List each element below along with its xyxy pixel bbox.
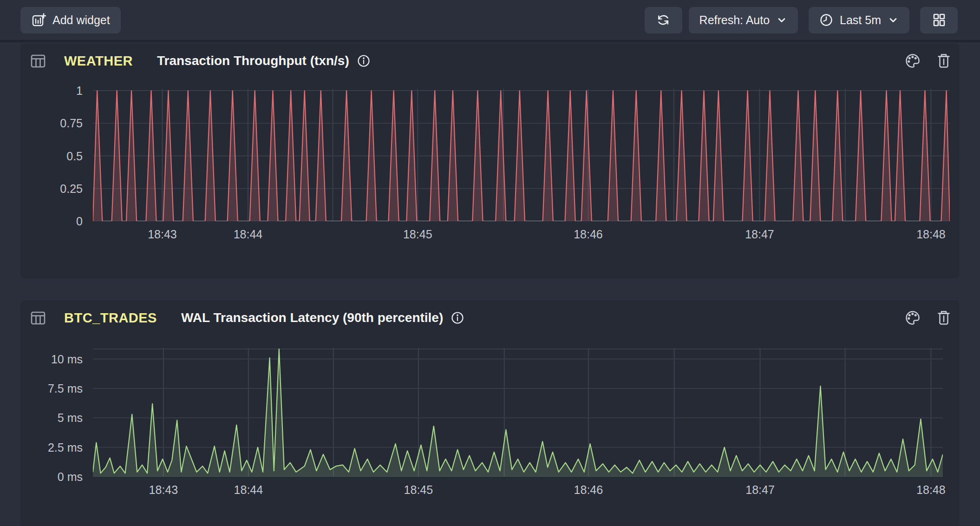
chart-transaction-throughput[interactable]: [93, 89, 950, 221]
x-axis-label: 18:43: [148, 228, 177, 241]
x-axis-label: 18:48: [916, 228, 946, 241]
refresh-button[interactable]: [645, 7, 682, 33]
x-axis-label: 18:47: [745, 483, 775, 496]
x-axis-label: 18:46: [574, 483, 603, 496]
x-axis-label: 18:48: [916, 483, 946, 496]
palette-icon[interactable]: [904, 52, 921, 70]
y-axis-label: 0: [20, 215, 83, 228]
wal-latency-p90-svg: [93, 348, 943, 477]
info-icon[interactable]: [357, 54, 371, 68]
toolbar: Add widget Refresh: Auto: [0, 0, 980, 42]
panel-header: BTC_TRADES WAL Transaction Latency (90th…: [29, 308, 952, 328]
table-icon: [29, 309, 47, 327]
wal-latency-p90-line: [93, 349, 943, 473]
panel-header: WEATHER Transaction Throughput (txn/s): [29, 51, 952, 71]
panel-title: WAL Transaction Latency (90th percentile…: [181, 310, 443, 325]
refresh-mode-label: Refresh: Auto: [699, 13, 770, 27]
y-axis-label: 7.5 ms: [20, 382, 83, 395]
clock-icon: [819, 13, 833, 27]
time-range-label: Last 5m: [840, 13, 881, 27]
y-axis-label: 0.5: [20, 150, 83, 163]
refresh-mode-dropdown[interactable]: Refresh: Auto: [689, 7, 798, 33]
time-range-dropdown[interactable]: Last 5m: [809, 7, 909, 33]
y-axis-label: 0 ms: [20, 470, 83, 483]
panel-wal-latency: BTC_TRADES WAL Transaction Latency (90th…: [20, 300, 960, 526]
grid-icon: [931, 12, 947, 28]
y-axis-label: 0.25: [20, 182, 83, 195]
x-axis-label: 18:44: [234, 228, 263, 241]
y-axis-label: 1: [20, 84, 83, 97]
x-axis-label: 18:46: [574, 228, 603, 241]
x-axis-label: 18:44: [234, 483, 263, 496]
refresh-icon: [655, 12, 671, 28]
table-icon: [29, 52, 47, 70]
toolbar-right-group: Refresh: Auto Last 5m: [638, 7, 958, 33]
x-axis-label: 18:47: [745, 228, 774, 241]
table-name: WEATHER: [64, 53, 133, 69]
y-axis-label: 0.75: [20, 117, 83, 130]
trash-icon[interactable]: [935, 309, 952, 327]
y-axis-label: 10 ms: [20, 353, 83, 366]
x-axis-label: 18:45: [403, 228, 432, 241]
add-widget-button[interactable]: Add widget: [20, 7, 121, 33]
panel-transaction-throughput: WEATHER Transaction Throughput (txn/s): [20, 43, 960, 278]
palette-icon[interactable]: [904, 309, 921, 327]
x-axis-label: 18:43: [149, 483, 178, 496]
y-axis-label: 5 ms: [20, 411, 83, 424]
chevron-down-icon: [888, 14, 899, 26]
panel-title: Transaction Throughput (txn/s): [157, 53, 349, 68]
x-axis-label: 18:45: [404, 483, 433, 496]
y-axis-label: 2.5 ms: [20, 441, 83, 454]
throughput-spikes-svg: [93, 89, 950, 221]
trash-icon[interactable]: [935, 52, 952, 70]
table-name: BTC_TRADES: [64, 310, 157, 326]
chevron-down-icon: [776, 14, 787, 26]
info-icon[interactable]: [451, 311, 464, 325]
layout-grid-button[interactable]: [920, 7, 958, 33]
add-widget-label: Add widget: [52, 13, 110, 27]
chart-wal-latency[interactable]: [93, 348, 943, 477]
add-widget-icon: [31, 13, 46, 27]
